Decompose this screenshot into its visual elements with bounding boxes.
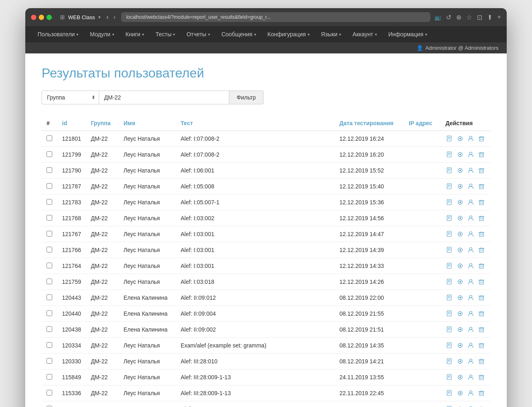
action-view-icon[interactable] xyxy=(456,294,464,302)
th-group[interactable]: Группа xyxy=(86,116,119,131)
action-user-icon[interactable] xyxy=(467,246,475,254)
action-user-icon[interactable] xyxy=(467,182,475,190)
row-checkbox[interactable] xyxy=(47,215,52,221)
action-delete-icon[interactable] xyxy=(477,182,485,190)
action-report-icon[interactable] xyxy=(446,166,454,175)
nav-item-tests[interactable]: Тесты ▾ xyxy=(150,26,181,42)
action-view-icon[interactable] xyxy=(456,246,464,254)
nav-item-modules[interactable]: Модули ▾ xyxy=(84,26,120,42)
action-user-icon[interactable] xyxy=(467,373,475,381)
action-report-icon[interactable] xyxy=(446,214,454,222)
nav-item-account[interactable]: Аккаунт ▾ xyxy=(347,26,383,42)
action-report-icon[interactable] xyxy=(446,310,454,318)
row-checkbox[interactable] xyxy=(47,374,52,380)
nav-forward-button[interactable]: › xyxy=(112,13,117,22)
row-checkbox[interactable] xyxy=(47,199,52,205)
action-user-icon[interactable] xyxy=(467,135,475,143)
extensions-icon[interactable]: ⊡ xyxy=(477,13,482,21)
bookmark-icon[interactable]: ☆ xyxy=(466,13,472,21)
action-delete-icon[interactable] xyxy=(477,357,485,365)
action-view-icon[interactable] xyxy=(456,341,464,349)
nav-item-users[interactable]: Пользователи ▾ xyxy=(32,26,84,42)
row-checkbox[interactable] xyxy=(47,358,52,364)
action-user-icon[interactable] xyxy=(467,214,475,222)
action-report-icon[interactable] xyxy=(446,325,454,334)
action-delete-icon[interactable] xyxy=(477,230,485,238)
nav-item-info[interactable]: Информация ▾ xyxy=(383,26,433,42)
action-delete-icon[interactable] xyxy=(477,150,485,159)
action-view-icon[interactable] xyxy=(456,373,464,381)
action-delete-icon[interactable] xyxy=(477,325,485,334)
browser-tab[interactable]: ⊞ WEB Class ▾ xyxy=(60,14,101,20)
action-report-icon[interactable] xyxy=(446,294,454,302)
row-checkbox[interactable] xyxy=(47,135,52,141)
action-delete-icon[interactable] xyxy=(477,373,485,381)
nav-item-messages[interactable]: Сообщения ▾ xyxy=(216,26,262,42)
traffic-light-yellow[interactable] xyxy=(39,15,44,20)
action-report-icon[interactable] xyxy=(446,405,454,407)
action-report-icon[interactable] xyxy=(446,357,454,365)
action-user-icon[interactable] xyxy=(467,405,475,407)
download-icon[interactable]: ⊕ xyxy=(456,13,461,21)
action-delete-icon[interactable] xyxy=(477,294,485,302)
action-delete-icon[interactable] xyxy=(477,246,485,254)
cast-icon[interactable]: 📺 xyxy=(434,14,441,20)
row-checkbox[interactable] xyxy=(47,151,52,157)
action-user-icon[interactable] xyxy=(467,262,475,270)
th-date[interactable]: Дата тестирования xyxy=(335,116,404,131)
action-user-icon[interactable] xyxy=(467,294,475,302)
share-icon[interactable]: ⬆ xyxy=(487,13,492,21)
traffic-light-red[interactable] xyxy=(31,15,36,20)
row-checkbox[interactable] xyxy=(47,310,52,316)
action-delete-icon[interactable] xyxy=(477,135,485,143)
action-view-icon[interactable] xyxy=(456,262,464,270)
nav-item-books[interactable]: Книги ▾ xyxy=(120,26,150,42)
action-report-icon[interactable] xyxy=(446,182,454,190)
action-view-icon[interactable] xyxy=(456,325,464,334)
filter-button[interactable]: Фильтр xyxy=(229,91,264,104)
row-checkbox[interactable] xyxy=(47,342,52,348)
nav-item-config[interactable]: Конфигурация ▾ xyxy=(262,26,315,42)
action-delete-icon[interactable] xyxy=(477,389,485,397)
action-view-icon[interactable] xyxy=(456,310,464,318)
action-user-icon[interactable] xyxy=(467,166,475,175)
action-view-icon[interactable] xyxy=(456,150,464,159)
action-user-icon[interactable] xyxy=(467,278,475,286)
action-user-icon[interactable] xyxy=(467,150,475,159)
th-ip[interactable]: IP адрес xyxy=(404,116,441,131)
action-view-icon[interactable] xyxy=(456,389,464,397)
traffic-light-green[interactable] xyxy=(47,15,52,20)
action-view-icon[interactable] xyxy=(456,278,464,286)
nav-item-languages[interactable]: Языки ▾ xyxy=(315,26,347,42)
address-bar[interactable]: localhost/webclass4/?module=report_user_… xyxy=(121,12,430,22)
row-checkbox[interactable] xyxy=(47,263,52,268)
refresh-icon[interactable]: ↺ xyxy=(446,13,451,21)
action-view-icon[interactable] xyxy=(456,214,464,222)
th-name[interactable]: Имя xyxy=(119,116,176,131)
action-report-icon[interactable] xyxy=(446,373,454,381)
row-checkbox[interactable] xyxy=(47,183,52,189)
action-report-icon[interactable] xyxy=(446,150,454,159)
action-user-icon[interactable] xyxy=(467,325,475,334)
action-delete-icon[interactable] xyxy=(477,278,485,286)
action-report-icon[interactable] xyxy=(446,135,454,143)
filter-value-input[interactable] xyxy=(99,91,229,104)
filter-field-select[interactable]: Группа Имя Тест ID xyxy=(42,91,99,104)
action-user-icon[interactable] xyxy=(467,310,475,318)
action-user-icon[interactable] xyxy=(467,341,475,349)
new-tab-icon[interactable]: + xyxy=(497,13,501,21)
action-view-icon[interactable] xyxy=(456,135,464,143)
action-report-icon[interactable] xyxy=(446,341,454,349)
action-report-icon[interactable] xyxy=(446,389,454,397)
row-checkbox[interactable] xyxy=(47,326,52,332)
th-id[interactable]: id xyxy=(57,116,86,131)
action-report-icon[interactable] xyxy=(446,198,454,206)
action-view-icon[interactable] xyxy=(456,405,464,407)
row-checkbox[interactable] xyxy=(47,390,52,396)
action-delete-icon[interactable] xyxy=(477,310,485,318)
action-report-icon[interactable] xyxy=(446,246,454,254)
action-report-icon[interactable] xyxy=(446,230,454,238)
action-delete-icon[interactable] xyxy=(477,198,485,206)
action-report-icon[interactable] xyxy=(446,278,454,286)
row-checkbox[interactable] xyxy=(47,279,52,284)
